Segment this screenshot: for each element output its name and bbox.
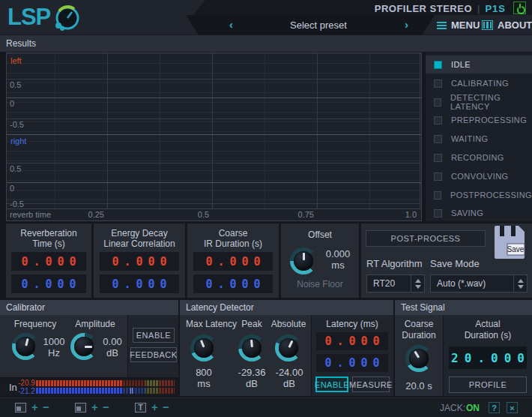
coarse-duration-knob[interactable] bbox=[405, 345, 432, 372]
results-header: Results bbox=[0, 35, 532, 52]
coarse-ir-right-value[interactable]: 0.000 bbox=[193, 274, 273, 293]
input-meter-left-bar bbox=[36, 380, 175, 386]
graph1-panel-icon[interactable] bbox=[15, 403, 26, 412]
reverb-time-right-value[interactable]: 0.000 bbox=[11, 274, 86, 293]
graph-vline bbox=[160, 53, 160, 208]
profile-button[interactable]: PROFILE bbox=[449, 376, 527, 393]
results-graph: left right 0.5 0 -0.5 0.5 0 -0.5 reverb … bbox=[6, 52, 422, 221]
graph2-panel-icon[interactable] bbox=[75, 403, 86, 412]
noise-floor-label: Noise Floor bbox=[281, 279, 359, 290]
state-row: WAITING bbox=[426, 130, 532, 148]
text-zoom-in-button[interactable]: + bbox=[151, 402, 158, 412]
spinner-arrows-icon[interactable] bbox=[513, 275, 527, 292]
test-signal-title: Test Signal bbox=[401, 302, 445, 313]
ytick: 0.5 bbox=[10, 164, 21, 173]
state-row: CALIBRATING bbox=[426, 74, 532, 92]
state-label: CONVOLVING bbox=[451, 172, 509, 181]
state-label: IDLE bbox=[451, 60, 471, 69]
absolute-knob[interactable] bbox=[275, 334, 302, 362]
input-meter-label: In bbox=[9, 382, 17, 393]
calibrator-title: Calibrator bbox=[6, 302, 45, 313]
latency-ms-label: Latency (ms) bbox=[315, 319, 390, 329]
amplitude-label: Amplitude bbox=[66, 319, 124, 329]
status-bar: + − + − T + − JACK: ON ? × bbox=[0, 398, 532, 417]
graph-axis-line bbox=[7, 208, 421, 209]
power-icon[interactable] bbox=[513, 2, 526, 14]
latency-left-value[interactable]: 0.000 bbox=[316, 332, 388, 350]
readout-label: Reverberation bbox=[6, 228, 91, 238]
plugin-title: PROFILER STEREO bbox=[375, 3, 472, 14]
max-latency-knob[interactable] bbox=[190, 334, 217, 362]
latency-measure-button[interactable]: MEASURE bbox=[352, 376, 390, 392]
state-led bbox=[434, 98, 441, 106]
channel-label-left: left bbox=[10, 56, 22, 65]
input-meter-right-bar bbox=[36, 388, 175, 394]
jack-status: ON bbox=[466, 403, 480, 413]
menu-button[interactable]: MENU bbox=[437, 20, 480, 31]
rt-algorithm-select[interactable]: RT20 bbox=[366, 274, 425, 292]
calibrator-enable-button[interactable]: ENABLE bbox=[133, 328, 175, 343]
peak-knob[interactable] bbox=[238, 334, 265, 362]
reverb-time-left-value[interactable]: 0.000 bbox=[11, 252, 86, 271]
frequency-value: 1000 bbox=[39, 336, 69, 347]
frequency-knob[interactable] bbox=[12, 333, 39, 360]
offset-label: Offset bbox=[281, 230, 359, 240]
ytick: 0 bbox=[10, 184, 14, 193]
calibrator-feedback-button[interactable]: FEEDBACK bbox=[130, 347, 177, 362]
readout-label: Time (s) bbox=[6, 238, 91, 249]
absolute-label: Absolute bbox=[268, 319, 309, 329]
frequency-label: Frequency bbox=[4, 319, 66, 329]
preset-next-button[interactable]: › bbox=[405, 18, 408, 31]
coarse-ir-left-value[interactable]: 0.000 bbox=[193, 252, 273, 271]
test-signal-header: Test Signal bbox=[395, 300, 532, 315]
preset-prev-button[interactable]: ‹ bbox=[229, 18, 233, 31]
save-icon[interactable]: Save bbox=[490, 224, 526, 260]
preset-selector[interactable]: Select preset bbox=[270, 20, 367, 31]
latency-enable-button[interactable]: ENABLE bbox=[315, 376, 348, 392]
amplitude-unit: dB bbox=[97, 347, 127, 358]
gauge-logo-icon bbox=[52, 2, 82, 32]
graph-minor-hgrid bbox=[7, 53, 421, 208]
graph2-zoom-in-button[interactable]: + bbox=[91, 402, 98, 412]
graph-hline bbox=[7, 79, 421, 80]
rt-algorithm-value: RT20 bbox=[367, 275, 411, 292]
about-label: ABOUT bbox=[498, 20, 532, 31]
graph-vline bbox=[369, 53, 370, 208]
xtick: 1.0 bbox=[384, 210, 417, 219]
text-panel-icon[interactable]: T bbox=[135, 403, 146, 412]
amplitude-knob[interactable] bbox=[70, 333, 97, 360]
graph1-zoom-out-button[interactable]: − bbox=[43, 402, 49, 412]
graph-hline bbox=[7, 203, 421, 204]
graph1-zoom-in-button[interactable]: + bbox=[31, 402, 38, 412]
save-mode-select[interactable]: Auto (*.wav) bbox=[430, 274, 528, 292]
post-process-button[interactable]: POST-PROCESS bbox=[366, 230, 486, 247]
state-label: SAVING bbox=[451, 208, 483, 218]
energy-decay-left-value[interactable]: 0.000 bbox=[100, 252, 179, 271]
help-icon[interactable]: ? bbox=[489, 402, 500, 413]
state-led bbox=[434, 135, 442, 143]
energy-decay-right-value[interactable]: 0.000 bbox=[100, 274, 179, 293]
text-zoom-out-button[interactable]: − bbox=[163, 402, 169, 412]
ytick: 0.5 bbox=[10, 80, 21, 89]
jack-label: JACK: bbox=[440, 403, 465, 413]
state-label: PREPROCESSING bbox=[451, 116, 527, 124]
state-row: RECORDING bbox=[426, 148, 532, 166]
about-button[interactable]: ABOUT bbox=[482, 20, 532, 31]
graph-vline bbox=[212, 53, 213, 208]
actual-duration-value[interactable]: 20.000 bbox=[449, 346, 527, 369]
readout-panel-coarse-ir: Coarse IR Duration (s) 0.000 0.000 bbox=[187, 224, 279, 298]
graph-hline bbox=[7, 163, 421, 164]
graph-zero-line-left bbox=[7, 98, 421, 98]
graph2-zoom-out-button[interactable]: − bbox=[103, 402, 109, 412]
results-title: Results bbox=[6, 38, 36, 49]
graph-vline bbox=[55, 53, 55, 208]
spinner-arrows-icon[interactable] bbox=[411, 275, 424, 292]
offset-knob[interactable] bbox=[290, 248, 317, 274]
readout-label: IR Duration (s) bbox=[187, 238, 279, 249]
state-led bbox=[434, 61, 442, 69]
peak-unit: dB bbox=[232, 378, 271, 389]
latency-right-value[interactable]: 0.000 bbox=[316, 354, 388, 372]
title-separator: | bbox=[477, 3, 480, 14]
graph-vline bbox=[317, 53, 318, 208]
fit-window-icon[interactable]: × bbox=[507, 402, 518, 413]
